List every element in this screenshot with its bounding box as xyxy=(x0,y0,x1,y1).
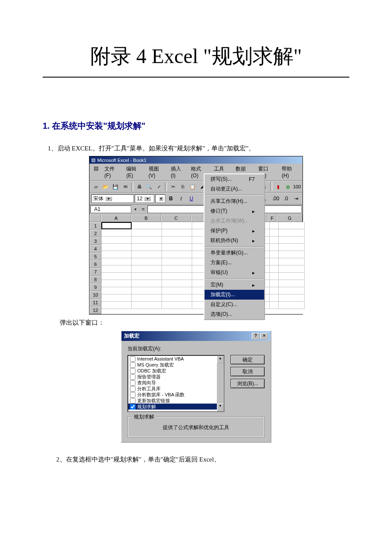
menu-edit[interactable]: 编辑(E) xyxy=(124,164,145,179)
col-header[interactable]: F xyxy=(268,214,277,222)
row-header[interactable]: 11 xyxy=(89,299,101,306)
list-item[interactable]: ODBC 加载宏 xyxy=(128,368,224,374)
increase-decimal-icon[interactable]: .00 xyxy=(271,194,280,203)
col-header[interactable]: A xyxy=(101,214,131,222)
chevron-right-icon: ▸ xyxy=(252,270,255,276)
menu-spelling[interactable]: 拼写(S)...F7 xyxy=(205,174,264,184)
list-item[interactable]: MS Query 加载宏 xyxy=(128,362,224,368)
list-item[interactable]: 查阅向导 xyxy=(128,380,224,386)
row-header[interactable]: 12 xyxy=(89,306,101,314)
addin-checkbox[interactable] xyxy=(130,398,135,404)
list-item[interactable]: 报告管理器 xyxy=(128,374,224,380)
col-header[interactable]: C xyxy=(161,214,191,222)
row-header[interactable]: 8 xyxy=(89,276,101,283)
ok-button[interactable]: 确定 xyxy=(231,355,265,364)
addin-checkbox[interactable] xyxy=(130,362,135,368)
scrollbar[interactable]: ▲ ▼ xyxy=(217,356,224,411)
scroll-up-icon[interactable]: ▲ xyxy=(217,356,224,364)
row-header[interactable]: 5 xyxy=(89,253,101,260)
tools-dropdown[interactable]: 拼写(S)...F7 自动更正(A)... 共享工作簿(H)... 修订(T)▸… xyxy=(204,173,265,320)
row-header[interactable]: 2 xyxy=(89,230,101,237)
chart-icon[interactable]: ▮ xyxy=(274,182,283,191)
underline-button[interactable]: U xyxy=(187,194,196,203)
menu-addins[interactable]: 加载宏(I)... xyxy=(205,290,264,300)
col-header[interactable] xyxy=(191,214,204,222)
row-header[interactable]: 3 xyxy=(89,237,101,245)
menu-goal-seek[interactable]: 单变量求解(G)... xyxy=(205,248,264,258)
spellcheck-icon[interactable]: ✓ xyxy=(154,182,164,191)
help-button[interactable]: ? xyxy=(252,333,259,340)
font-combo[interactable]: 宋体 ▼ xyxy=(91,194,134,203)
menu-file[interactable]: 文件(F) xyxy=(102,164,123,179)
addin-checkbox[interactable] xyxy=(130,386,135,392)
row-header[interactable]: 7 xyxy=(89,268,101,276)
addin-checkbox[interactable] xyxy=(130,356,135,362)
row-header[interactable]: 6 xyxy=(89,260,101,268)
fontsize-combo[interactable]: 12 ▼ xyxy=(135,194,154,203)
formula-bar: A1 ▼ = xyxy=(89,205,303,214)
cell-a1[interactable] xyxy=(101,222,132,229)
dialog-titlebar: 加载宏 ? × xyxy=(121,331,271,341)
addin-checkbox[interactable] xyxy=(130,380,135,386)
cells-area[interactable] xyxy=(101,222,305,314)
addin-checkbox[interactable] xyxy=(130,374,135,380)
indent-icon[interactable]: ⇥ xyxy=(291,194,301,203)
menu-insert[interactable]: 插入(I) xyxy=(168,164,188,179)
menu-track-changes[interactable]: 修订(T)▸ xyxy=(205,206,264,216)
row-header[interactable]: 1 xyxy=(89,222,101,230)
addin-checkbox[interactable] xyxy=(130,368,135,374)
new-icon[interactable]: ▱ xyxy=(91,182,101,191)
menu-help[interactable]: 帮助(H) xyxy=(279,164,301,179)
menubar[interactable]: ▤ 文件(F) 编辑(E) 视图(V) 插入(I) 格式(O) 工具(T) 数据… xyxy=(89,164,303,181)
chevron-down-icon[interactable]: ▼ xyxy=(105,196,112,201)
menu-online-collab[interactable]: 联机协作(N)▸ xyxy=(205,236,264,245)
menu-macro[interactable]: 宏(M)▸ xyxy=(205,280,264,290)
paste-icon[interactable]: 📋 xyxy=(188,182,197,191)
list-item[interactable]: 分析工具库 xyxy=(128,386,224,392)
menu-view[interactable]: 视图(V) xyxy=(146,164,167,179)
menu-protection[interactable]: 保护(P)▸ xyxy=(205,226,264,236)
chevron-down-icon[interactable]: ▼ xyxy=(159,196,163,201)
menu-autocorrect[interactable]: 自动更正(A)... xyxy=(205,184,264,194)
addin-checkbox[interactable] xyxy=(130,404,135,410)
name-box[interactable]: A1 xyxy=(90,205,131,213)
print-icon[interactable]: 🖶 xyxy=(135,182,144,191)
preview-icon[interactable]: 🔍 xyxy=(144,182,154,191)
menu-options[interactable]: 选项(O)... xyxy=(205,309,264,319)
map-icon[interactable]: ◍ xyxy=(283,182,293,191)
addin-checkbox[interactable] xyxy=(130,392,135,398)
cut-icon[interactable]: ✂ xyxy=(168,182,178,191)
chevron-down-icon[interactable]: ▼ xyxy=(144,196,151,201)
list-item[interactable]: Internet Assistant VBA xyxy=(128,356,224,362)
mail-icon[interactable]: ✉ xyxy=(121,182,130,191)
list-item[interactable]: 分析数据库 - VBA 函数 xyxy=(128,392,224,398)
menu-customize[interactable]: 自定义(C)... xyxy=(205,300,264,309)
bold-button[interactable]: B xyxy=(166,194,176,203)
scroll-down-icon[interactable]: ▼ xyxy=(217,404,224,411)
open-icon[interactable]: 📂 xyxy=(101,182,110,191)
row-header[interactable]: 4 xyxy=(89,245,101,253)
addins-listbox[interactable]: Internet Assistant VBA MS Query 加载宏 ODBC… xyxy=(127,355,225,412)
save-icon[interactable]: 💾 xyxy=(111,182,120,191)
col-header[interactable]: B xyxy=(131,214,161,222)
col-header[interactable]: G xyxy=(277,214,303,222)
browse-button[interactable]: 浏览(B)... xyxy=(231,379,265,388)
toolbar-sep xyxy=(165,182,167,191)
row-header[interactable]: 9 xyxy=(89,283,101,291)
zoom-value[interactable]: 100 xyxy=(293,184,301,189)
menu-share-workbook[interactable]: 共享工作簿(H)... xyxy=(205,196,264,206)
cancel-button[interactable]: 取消 xyxy=(231,367,265,376)
copy-icon[interactable]: ⎘ xyxy=(178,182,187,191)
chevron-down-icon[interactable]: ▼ xyxy=(132,205,139,213)
style-combo[interactable]: ▼ xyxy=(155,194,165,203)
row-headers: 1 2 3 4 5 6 7 8 9 10 11 12 xyxy=(89,222,101,314)
row-header[interactable]: 10 xyxy=(89,291,101,299)
list-item-solver[interactable]: 规划求解 xyxy=(128,404,224,410)
menu-scenarios[interactable]: 方案(E)... xyxy=(205,258,264,268)
decrease-decimal-icon[interactable]: .0 xyxy=(281,194,291,203)
menu-auditing[interactable]: 审核(U)▸ xyxy=(205,268,264,277)
list-item[interactable]: 更新加载宏链接 xyxy=(128,398,224,404)
italic-button[interactable]: I xyxy=(176,194,186,203)
close-icon[interactable]: × xyxy=(260,333,268,340)
worksheet-grid[interactable]: A B C F G 1 2 3 4 5 6 7 8 9 10 11 12 xyxy=(89,214,303,314)
